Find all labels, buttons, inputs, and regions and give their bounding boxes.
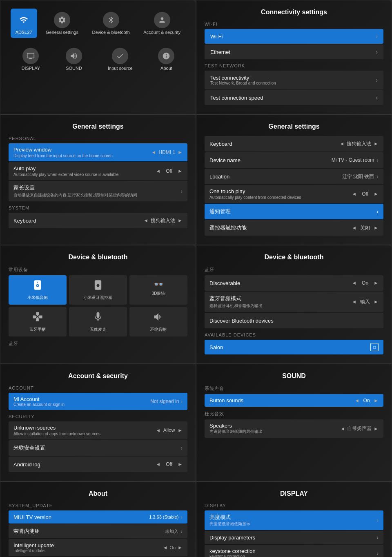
wifi-chevron: › xyxy=(376,33,378,40)
android-log-row[interactable]: Android log ◄ Off ► xyxy=(9,457,187,472)
millink-security-row[interactable]: 米联安全设置 › xyxy=(9,440,187,456)
honor-beta-row[interactable]: 荣誉内测组 未加入 › xyxy=(9,524,187,538)
unk-left-arrow[interactable]: ◄ xyxy=(156,428,160,433)
button-sounds-title: Button sounds xyxy=(209,397,243,403)
device-surround[interactable]: 环绕音响 xyxy=(129,307,187,336)
one-touch-left-arrow[interactable]: ◄ xyxy=(352,191,356,197)
keyboard-right-right: ◄ 搜狗输入法 ► xyxy=(339,140,379,147)
nav-item-wifi[interactable]: ADSL27 xyxy=(11,9,37,38)
preview-right-arrow[interactable]: ► xyxy=(178,149,183,155)
test-connectivity-left: Test connectivity Test Network, Broad an… xyxy=(210,75,276,85)
parental-row[interactable]: 家长设置 自动播放来自连接设备的内容,进行家长控制以限制对某些内容的访问 › xyxy=(9,181,187,201)
keyboard-r-left-arrow[interactable]: ◄ xyxy=(339,141,344,147)
btn-sound-right-arrow[interactable]: ► xyxy=(374,398,379,403)
preview-value: HDMI 1 xyxy=(158,149,175,155)
nav-item-input[interactable]: Input source xyxy=(103,45,138,74)
ethernet-row[interactable]: Ethernet › xyxy=(205,45,383,59)
wifi-icon xyxy=(16,12,32,28)
unk-right-arrow[interactable]: ► xyxy=(178,428,183,433)
wifi-row[interactable]: Wi-Fi › xyxy=(205,29,383,44)
mi-account-row[interactable]: Mi Account Create an account or sign in … xyxy=(9,393,187,410)
remote-touch-left-arrow[interactable]: ◄ xyxy=(352,225,356,231)
preview-left-arrow[interactable]: ◄ xyxy=(151,149,156,155)
keyboard-right-row[interactable]: Keyboard ◄ 搜狗输入法 ► xyxy=(205,136,383,152)
auto-play-left-arrow[interactable]: ◄ xyxy=(156,168,160,174)
speakers-left-arrow[interactable]: ◄ xyxy=(340,426,345,432)
auto-play-right-arrow[interactable]: ► xyxy=(178,168,183,174)
millink-title: 米联安全设置 xyxy=(13,444,45,452)
nav-item-sound[interactable]: SOUND xyxy=(61,45,87,74)
available-devices-label: Available devices xyxy=(205,332,383,337)
bt-audio-row[interactable]: 蓝牙音频模式 选择蓝牙耳机和音箱作为输出 ◄ 输入 ► xyxy=(205,292,383,312)
int-left-arrow[interactable]: ◄ xyxy=(163,545,168,550)
button-sounds-row[interactable]: Button sounds ◄ On ► xyxy=(205,394,383,407)
notification-row[interactable]: 通知管理 › xyxy=(205,204,383,219)
log-left-arrow[interactable]: ◄ xyxy=(156,461,160,467)
location-right: 辽宁 沈阳 铁西 › xyxy=(342,173,379,180)
brightness-mode-row[interactable]: 亮度模式 亮度使低音炮低频显示 › xyxy=(205,510,383,530)
discover-bt-row[interactable]: Discover Bluetooth devices xyxy=(205,313,383,328)
keyboard-left-arrow[interactable]: ◄ xyxy=(143,218,148,223)
unknown-sources-row[interactable]: Unknown sources Allow installation of ap… xyxy=(9,421,187,439)
salon-device-row[interactable]: Salon □ xyxy=(205,340,383,354)
nav-item-general[interactable]: General settings xyxy=(41,9,83,38)
int-right-arrow[interactable]: ► xyxy=(178,545,183,550)
connectivity-title: Connectivity settings xyxy=(205,9,383,16)
disc-right-arrow[interactable]: ► xyxy=(374,280,379,286)
display-params-row[interactable]: Display parameters › xyxy=(205,531,383,544)
nav-item-about[interactable]: About xyxy=(153,45,179,74)
sound-title: SOUND xyxy=(205,372,383,380)
bt-audio-right-arrow[interactable]: ► xyxy=(374,299,379,305)
one-touch-right-arrow[interactable]: ► xyxy=(374,191,379,197)
device-right-title: Device & bluetooth xyxy=(205,254,383,261)
auto-play-title: Auto play xyxy=(13,165,156,172)
remote-touch-right-arrow[interactable]: ► xyxy=(374,225,379,231)
remote-touch-value: 关闭 xyxy=(359,225,371,232)
miui-version-row[interactable]: MIUI TV version 1.3.63 (Stable) › xyxy=(9,510,187,524)
miui-version-chevron: › xyxy=(180,514,183,520)
keystone-row[interactable]: keystone correction keystone correction … xyxy=(205,545,383,557)
bt-label: 蓝牙 xyxy=(9,341,187,347)
device-mic[interactable]: 无线麦克 xyxy=(69,307,127,336)
discoverable-row[interactable]: Discoverable ◄ On ► xyxy=(205,275,383,291)
one-touch-sub: Automatically play content from connecte… xyxy=(209,195,352,200)
preview-window-title: Preview window xyxy=(13,147,151,153)
auto-play-row[interactable]: Auto play Automatically play when extern… xyxy=(9,162,187,180)
intelligent-update-row[interactable]: Intelligent update Intelligent update ◄ … xyxy=(9,539,187,556)
surround-icon xyxy=(153,311,164,325)
one-touch-row[interactable]: One touch play Automatically play conten… xyxy=(205,185,383,203)
test-connectivity-row[interactable]: Test connectivity Test Network, Broad an… xyxy=(205,71,383,89)
display-params-title: Display parameters xyxy=(209,535,255,541)
device-3d-glasses[interactable]: 👓 3D眼镜 xyxy=(129,275,187,305)
general-right-title: General settings xyxy=(205,123,383,130)
keyboard-left-title: Keyboard xyxy=(13,218,36,224)
brightness-chevron: › xyxy=(376,517,379,524)
device-name-row[interactable]: Device name Mi TV - Guest room › xyxy=(205,152,383,168)
device-controller[interactable]: 蓝牙手柄 xyxy=(9,307,67,336)
nav-item-account[interactable]: Account & security xyxy=(138,9,185,38)
device-bt-remote[interactable]: 小米蓝牙遥控器 xyxy=(69,275,127,305)
keyboard-r-right-arrow[interactable]: ► xyxy=(374,141,379,147)
device-subwoofer[interactable]: 小米低音炮 xyxy=(9,275,67,305)
keyboard-row-left[interactable]: Keyboard ◄ 搜狗输入法 ► xyxy=(9,213,187,228)
nav-input-label: Input source xyxy=(108,66,133,71)
nav-item-device[interactable]: Device & bluetooth xyxy=(87,9,134,38)
preview-window-row[interactable]: Preview window Display feed from the inp… xyxy=(9,143,187,161)
nav-item-display[interactable]: DISPLAY xyxy=(16,45,45,74)
test-speed-row[interactable]: Test connection speed › xyxy=(205,90,383,105)
log-right-arrow[interactable]: ► xyxy=(178,461,183,467)
bt-audio-left-arrow[interactable]: ◄ xyxy=(352,299,356,305)
device-grid: 小米低音炮 小米蓝牙遥控器 👓 3D眼镜 xyxy=(9,275,187,336)
speakers-row[interactable]: Speakers 声道是低音炮低频的最佳输出 ◄ 自带扬声器 ► xyxy=(205,419,383,438)
speakers-right-arrow[interactable]: ► xyxy=(374,426,379,432)
test-connectivity-title: Test connectivity xyxy=(210,75,276,81)
one-touch-value: Off xyxy=(359,191,371,197)
test-connectivity-sub: Test Network, Broad and connection xyxy=(210,81,276,85)
miui-version-value: 1.3.63 (Stable) xyxy=(149,515,178,519)
btn-sound-left-arrow[interactable]: ◄ xyxy=(354,398,359,403)
disc-left-arrow[interactable]: ◄ xyxy=(352,280,356,286)
keyboard-right-arrow[interactable]: ► xyxy=(178,218,183,223)
location-row[interactable]: Location 辽宁 沈阳 铁西 › xyxy=(205,169,383,184)
remote-touch-row[interactable]: 遥控器触控功能 ◄ 关闭 ► xyxy=(205,220,383,236)
panel-general-left: General settings PERSONAL Preview window… xyxy=(0,114,196,245)
